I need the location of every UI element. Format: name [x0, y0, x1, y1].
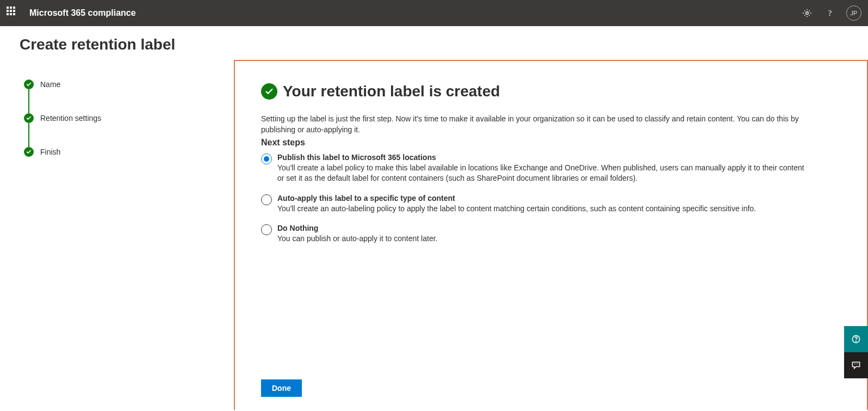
radio-description: You'll create a label policy to make thi… [277, 163, 810, 184]
step-name[interactable]: Name [24, 79, 214, 89]
radio-title: Auto-apply this label to a specific type… [277, 194, 841, 203]
success-description: Setting up the label is just the first s… [261, 113, 805, 136]
feedback-widget-button[interactable] [844, 352, 868, 378]
step-label: Finish [40, 148, 60, 156]
radio-publish-label[interactable]: Publish this label to Microsoft 365 loca… [261, 153, 841, 184]
help-icon[interactable]: ? [823, 7, 836, 20]
radio-description: You'll create an auto-labeling policy to… [277, 204, 810, 214]
wizard-stepper: Name Retention settings Finish [0, 60, 234, 410]
radio-auto-apply[interactable]: Auto-apply this label to a specific type… [261, 194, 841, 214]
success-title: Your retention label is created [283, 83, 500, 100]
radio-input[interactable] [261, 224, 272, 235]
page-title: Create retention label [20, 36, 848, 53]
step-retention-settings[interactable]: Retention settings [24, 113, 214, 123]
svg-point-0 [806, 12, 809, 15]
step-label: Name [40, 80, 60, 89]
radio-input[interactable] [261, 194, 272, 205]
user-avatar[interactable]: JP [846, 5, 861, 21]
radio-description: You can publish or auto-apply it to cont… [277, 234, 810, 244]
radio-title: Publish this label to Microsoft 365 loca… [277, 153, 841, 162]
svg-point-3 [856, 341, 857, 341]
step-finish[interactable]: Finish [24, 147, 214, 157]
top-bar: Microsoft 365 compliance ? JP [0, 0, 868, 26]
avatar-initials: JP [851, 10, 858, 16]
app-launcher-icon[interactable] [7, 7, 20, 20]
radio-do-nothing[interactable]: Do Nothing You can publish or auto-apply… [261, 224, 841, 244]
next-steps-radio-group: Publish this label to Microsoft 365 loca… [261, 153, 841, 244]
next-steps-heading: Next steps [261, 138, 841, 148]
checkmark-icon [24, 79, 34, 89]
svg-text:?: ? [828, 9, 832, 17]
app-title: Microsoft 365 compliance [29, 8, 136, 18]
done-button[interactable]: Done [261, 379, 302, 397]
success-checkmark-icon [261, 83, 277, 100]
radio-input[interactable] [261, 154, 272, 164]
checkmark-icon [24, 147, 34, 157]
settings-icon[interactable] [801, 7, 814, 20]
step-label: Retention settings [40, 114, 101, 122]
help-widget-button[interactable] [844, 326, 868, 352]
radio-title: Do Nothing [277, 224, 841, 232]
checkmark-icon [24, 113, 34, 123]
main-panel: Your retention label is created Setting … [234, 60, 868, 410]
page-header: Create retention label [0, 26, 868, 60]
